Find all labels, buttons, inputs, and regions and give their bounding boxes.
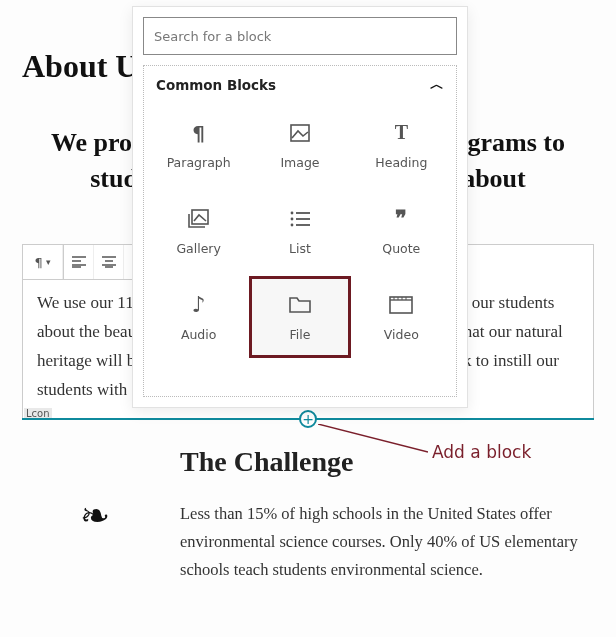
block-inserter-panel[interactable]: Common Blocks ︿ ¶ Paragraph Image T Head… [143, 65, 457, 397]
block-label: File [290, 327, 311, 342]
category-label: Common Blocks [156, 77, 276, 93]
align-left-button[interactable] [64, 245, 94, 279]
gallery-icon [188, 207, 210, 231]
block-audio[interactable]: ♪ Audio [148, 276, 249, 358]
block-label: Paragraph [167, 155, 231, 170]
pilcrow-icon: ¶ [35, 255, 43, 270]
align-left-icon [72, 256, 86, 268]
block-label: List [289, 241, 311, 256]
chevron-up-icon: ︿ [430, 76, 444, 94]
block-inserter-popover: Common Blocks ︿ ¶ Paragraph Image T Head… [132, 6, 468, 408]
block-gallery[interactable]: Gallery [148, 190, 249, 272]
category-header[interactable]: Common Blocks ︿ [144, 66, 456, 104]
block-video[interactable]: Video [351, 276, 452, 358]
block-label: Audio [181, 327, 217, 342]
add-block-button[interactable]: + [299, 410, 317, 428]
audio-icon: ♪ [192, 293, 206, 317]
svg-rect-2 [192, 210, 208, 224]
video-icon [389, 293, 413, 317]
block-quote[interactable]: ❞ Quote [351, 190, 452, 272]
pilcrow-icon: ¶ [192, 121, 205, 145]
block-file[interactable]: File [249, 276, 350, 358]
block-label: Heading [375, 155, 427, 170]
block-label: Gallery [176, 241, 221, 256]
block-paragraph[interactable]: ¶ Paragraph [148, 104, 249, 186]
align-center-button[interactable] [94, 245, 124, 279]
search-input[interactable] [143, 17, 457, 55]
align-center-icon [102, 256, 116, 268]
block-heading[interactable]: T Heading [351, 104, 452, 186]
block-label: Quote [382, 241, 420, 256]
svg-point-3 [291, 211, 294, 214]
heading-icon: T [395, 121, 408, 145]
image-icon [290, 121, 310, 145]
block-type-button[interactable]: ¶ ▾ [23, 245, 63, 279]
chevron-down-icon: ▾ [46, 257, 51, 267]
challenge-body: Less than 15% of high schools in the Uni… [180, 500, 594, 584]
block-label: Image [280, 155, 319, 170]
plus-icon: + [302, 412, 314, 426]
svg-point-5 [291, 217, 294, 220]
block-image[interactable]: Image [249, 104, 350, 186]
list-icon [290, 207, 310, 231]
challenge-heading: The Challenge [180, 446, 594, 478]
folder-icon [289, 293, 311, 317]
block-label: Video [384, 327, 419, 342]
quote-icon: ❞ [395, 207, 407, 231]
svg-point-7 [291, 223, 294, 226]
block-list[interactable]: List [249, 190, 350, 272]
leaf-icon: ❧ [80, 495, 110, 537]
